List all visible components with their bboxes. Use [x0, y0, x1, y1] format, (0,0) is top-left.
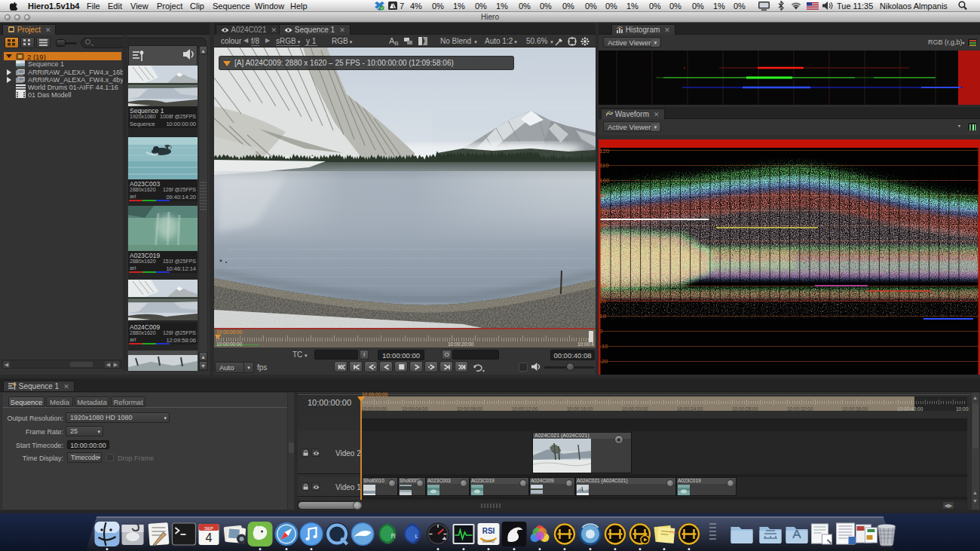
- svg-text:SEP: SEP: [204, 526, 213, 531]
- svg-text:120: 120: [599, 148, 610, 155]
- svg-text:100: 100: [599, 177, 610, 184]
- svg-text:-10: -10: [599, 343, 608, 350]
- svg-text:RSI: RSI: [482, 527, 495, 535]
- svg-text:110: 110: [599, 162, 609, 169]
- svg-text:-20: -20: [599, 358, 608, 365]
- svg-text:4: 4: [206, 531, 213, 544]
- svg-text:GUARD: GUARD: [482, 540, 495, 543]
- svg-text:Prio: Prio: [670, 529, 678, 534]
- svg-text:R: R: [391, 532, 397, 540]
- svg-text:L: L: [415, 533, 419, 540]
